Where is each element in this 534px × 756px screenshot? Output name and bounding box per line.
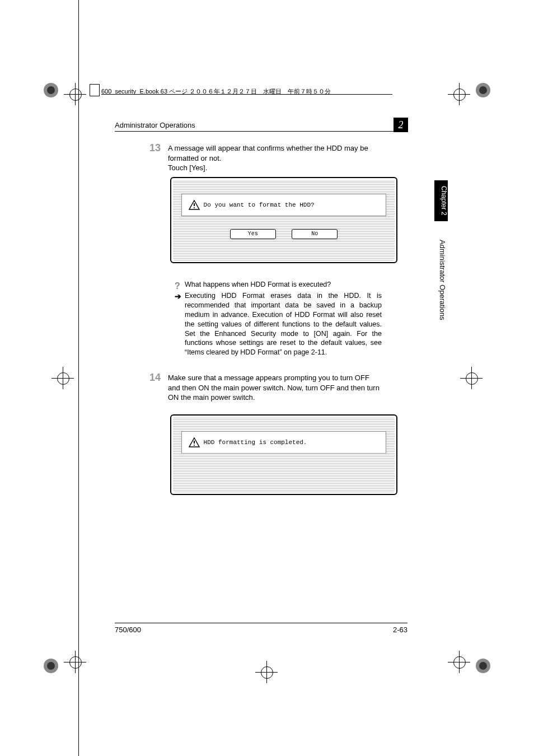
dialog-message-box: HDD formatting is completed. — [181, 431, 386, 454]
note-answer-text: Executing HDD Format erases data in the … — [185, 292, 382, 356]
chapter-tab: Chapter 2 — [434, 180, 448, 221]
note-question: What happens when HDD Format is executed… — [185, 281, 331, 288]
dialog-screenshot: HDD formatting is completed. — [170, 414, 397, 495]
dialog-message-box: Do you want to format the HDD? — [181, 194, 386, 216]
registration-mark — [448, 83, 470, 105]
dialog-message-text: Do you want to format the HDD? — [204, 202, 315, 208]
book-icon — [90, 84, 100, 96]
header-underline — [115, 131, 406, 132]
step-number: 14 — [149, 372, 161, 384]
dialog-message-text: HDD formatting is completed. — [204, 439, 307, 446]
no-button[interactable]: No — [292, 229, 338, 239]
arrow-icon: ➔ — [175, 291, 181, 302]
page-header-title: Administrator Operations — [115, 121, 195, 129]
yes-button[interactable]: Yes — [230, 229, 276, 239]
warning-icon — [189, 200, 200, 210]
footer-page-number: 2-63 — [393, 626, 407, 634]
svg-point-2 — [194, 207, 195, 208]
side-section-label: Administrator Operations — [438, 240, 447, 320]
registration-mark — [448, 651, 470, 673]
registration-mark — [51, 367, 74, 389]
footer-model: 750/600 — [115, 626, 141, 634]
warning-icon — [189, 437, 200, 447]
corner-ornament — [476, 659, 490, 673]
chapter-number-box: 2 — [394, 118, 408, 132]
corner-ornament — [44, 83, 58, 97]
corner-ornament — [44, 659, 58, 673]
crop-line — [78, 0, 79, 756]
step-number: 13 — [149, 142, 161, 154]
page-footer: 750/600 2-63 — [115, 623, 407, 634]
registration-mark — [64, 83, 86, 105]
registration-mark — [255, 661, 278, 683]
header-rule — [101, 94, 392, 95]
question-mark-icon: ? — [175, 280, 180, 292]
help-note: ? What happens when HDD Format is execut… — [185, 280, 382, 290]
registration-mark — [460, 367, 483, 389]
registration-mark — [64, 651, 86, 673]
step-text: Make sure that a message appears prompti… — [168, 373, 381, 403]
svg-point-5 — [194, 445, 195, 446]
help-answer: ➔ Executing HDD Format erases data in th… — [185, 291, 382, 357]
dialog-screenshot: Do you want to format the HDD? Yes No — [170, 177, 397, 263]
step-text: A message will appear that confirms whet… — [168, 143, 381, 173]
corner-ornament — [476, 83, 490, 97]
